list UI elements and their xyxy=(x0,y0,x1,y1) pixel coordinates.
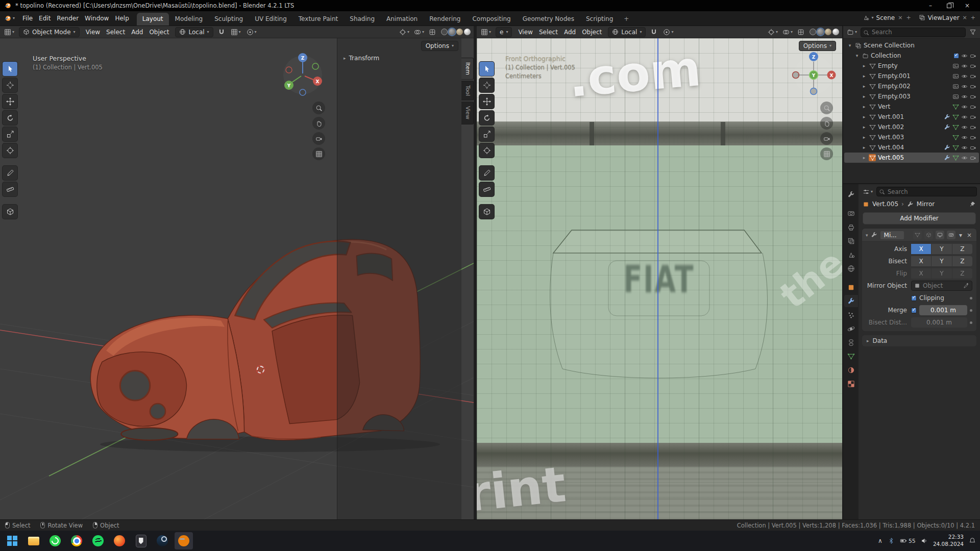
scene-collection-row[interactable]: ▾ Scene Collection xyxy=(844,40,979,51)
navigation-gizmo[interactable]: Z Y X xyxy=(280,49,326,98)
sidebar-tab[interactable]: Tool xyxy=(461,81,474,101)
workspace-tab[interactable]: UV Editing xyxy=(249,13,292,26)
shading-rendered-button[interactable] xyxy=(464,29,471,35)
display-on-cage-toggle[interactable] xyxy=(913,231,922,239)
disclosure-icon[interactable]: ▸ xyxy=(862,94,867,99)
battery-indicator[interactable]: 55 xyxy=(900,537,916,544)
render-visibility-icon[interactable] xyxy=(969,52,976,59)
axis-y-button[interactable]: Y xyxy=(932,244,951,254)
workspace-tab[interactable]: Scripting xyxy=(580,13,619,26)
shading-material-button[interactable] xyxy=(825,29,831,35)
zoom-icon[interactable] xyxy=(312,102,325,114)
ortho-grid-icon[interactable] xyxy=(312,147,325,160)
workspace-tab[interactable]: Layout xyxy=(137,13,169,26)
display-render-toggle[interactable] xyxy=(947,231,955,239)
disclosure-icon[interactable]: ▾ xyxy=(854,53,860,58)
blender-icon[interactable] xyxy=(175,532,193,549)
shading-wireframe-button[interactable] xyxy=(810,29,816,35)
xray-toggle-button[interactable] xyxy=(428,28,437,36)
menubar-menu[interactable]: Render xyxy=(54,13,81,23)
expand-icon[interactable]: ▾ xyxy=(866,233,868,238)
workspace-tab[interactable]: Sculpting xyxy=(209,13,249,26)
eyedropper-icon[interactable] xyxy=(963,283,969,289)
camera-view-icon[interactable] xyxy=(820,132,833,145)
close-button[interactable]: × xyxy=(959,1,976,11)
spotify-icon[interactable] xyxy=(89,532,107,549)
disclosure-icon[interactable]: ▸ xyxy=(862,104,867,109)
tab-tool[interactable] xyxy=(844,188,858,201)
move-tool[interactable] xyxy=(479,94,494,109)
viewlayer-new-icon[interactable]: + xyxy=(970,14,976,21)
tweak-select-tool[interactable] xyxy=(479,62,494,76)
transform-panel-label[interactable]: Transform xyxy=(349,55,380,62)
disclosure-icon[interactable]: ▸ xyxy=(862,145,867,150)
hide-eye-icon[interactable] xyxy=(961,72,968,80)
mode-select[interactable]: e▾ xyxy=(496,27,512,37)
viewport-menu[interactable]: View xyxy=(83,27,103,37)
hide-eye-icon[interactable] xyxy=(961,83,968,90)
mode-select[interactable]: Object Mode▾ xyxy=(19,27,80,37)
restore-button[interactable] xyxy=(940,1,958,11)
scene-selector[interactable]: ▾ Scene × + xyxy=(863,14,912,21)
render-visibility-icon[interactable] xyxy=(969,83,976,90)
outliner-object-row[interactable]: ▸ Empty.001 xyxy=(844,71,979,81)
file-explorer-icon[interactable] xyxy=(24,532,43,549)
axis-z-button[interactable]: Z xyxy=(952,244,972,254)
epic-games-icon[interactable] xyxy=(132,532,150,549)
modifier-close-icon[interactable]: × xyxy=(966,232,973,239)
hide-eye-icon[interactable] xyxy=(961,52,968,59)
render-visibility-icon[interactable] xyxy=(969,72,976,80)
shading-material-button[interactable] xyxy=(456,29,463,35)
disclosure-icon[interactable]: ▸ xyxy=(862,114,867,119)
hide-eye-icon[interactable] xyxy=(961,93,968,100)
outliner-object-row[interactable]: ▸ Vert.002 xyxy=(844,122,979,132)
viewlayer-unlink-icon[interactable]: × xyxy=(962,14,968,21)
merge-threshold-field[interactable]: 0.001 m xyxy=(919,305,967,315)
viewport-menu[interactable]: Select xyxy=(536,27,560,37)
minimize-button[interactable]: – xyxy=(922,1,939,11)
workspace-tab[interactable]: Modeling xyxy=(169,13,209,26)
workspace-tab[interactable]: Animation xyxy=(381,13,423,26)
collection-row[interactable]: ▾ Collection xyxy=(844,51,979,61)
viewport-menu[interactable]: Add xyxy=(129,27,145,37)
modifier-name-field[interactable]: Mi... xyxy=(880,231,904,240)
render-visibility-icon[interactable] xyxy=(969,93,976,100)
tweak-select-tool[interactable] xyxy=(3,62,17,76)
disclosure-icon[interactable]: ▸ xyxy=(862,124,867,130)
orientation-select[interactable]: Local▾ xyxy=(175,27,213,37)
add-cube-tool[interactable] xyxy=(3,205,17,219)
decorator-dot[interactable] xyxy=(970,309,972,312)
breadcrumb-modifier[interactable]: Mirror xyxy=(917,201,935,208)
decorator-dot[interactable] xyxy=(970,297,972,299)
outliner-object-row[interactable]: ▸ Empty xyxy=(844,61,979,71)
flip-z-button[interactable]: Z xyxy=(952,268,972,279)
orientation-select[interactable]: Local▾ xyxy=(608,27,646,37)
gizmo-toggle-button[interactable]: ▾ xyxy=(767,28,779,36)
hide-eye-icon[interactable] xyxy=(961,154,968,161)
modifier-extras-icon[interactable]: ▾ xyxy=(958,232,963,239)
overlays-toggle-button[interactable]: ▾ xyxy=(413,28,425,36)
annotate-tool[interactable] xyxy=(479,166,494,180)
scale-tool[interactable] xyxy=(479,127,494,141)
measure-tool[interactable] xyxy=(3,182,17,196)
viewport-left-canvas[interactable]: User Perspective (1) Collection | Vert.0… xyxy=(0,38,474,519)
scene-new-icon[interactable]: + xyxy=(905,14,911,21)
tab-object[interactable] xyxy=(844,281,858,293)
decorator-dot[interactable] xyxy=(970,321,972,324)
pin-icon[interactable] xyxy=(969,201,976,208)
pan-icon[interactable] xyxy=(312,117,325,130)
viewport-menu[interactable]: Select xyxy=(104,27,128,37)
workspace-tab[interactable]: Geometry Nodes xyxy=(517,13,580,26)
add-modifier-button[interactable]: Add Modifier xyxy=(863,212,976,224)
tab-render[interactable] xyxy=(844,207,858,219)
workspace-tab[interactable]: Compositing xyxy=(467,13,516,26)
menubar-menu[interactable]: Edit xyxy=(36,13,53,23)
filter-icon[interactable] xyxy=(968,28,977,36)
outliner-search-input[interactable] xyxy=(861,28,966,37)
bisect-x-button[interactable]: X xyxy=(911,256,931,266)
camera-view-icon[interactable] xyxy=(312,132,325,145)
shading-rendered-button[interactable] xyxy=(832,29,839,35)
xray-toggle-button[interactable] xyxy=(796,28,805,36)
hide-eye-icon[interactable] xyxy=(961,123,968,131)
transform-tool[interactable] xyxy=(479,143,494,158)
